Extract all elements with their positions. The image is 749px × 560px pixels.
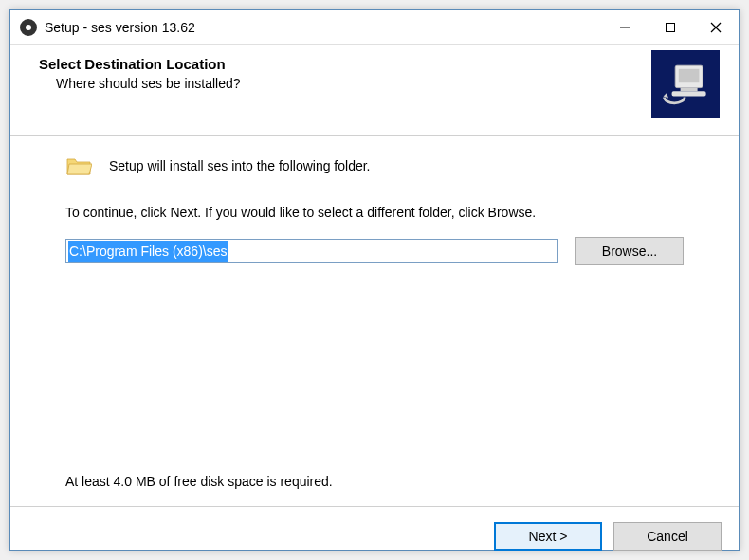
instruction-text: To continue, click Next. If you would li…	[65, 205, 684, 220]
intro-line: Setup will install ses into the followin…	[65, 155, 684, 176]
install-path-input[interactable]: C:\Program Files (x86)\ses	[65, 239, 558, 263]
minimize-button[interactable]	[602, 10, 648, 44]
path-row: C:\Program Files (x86)\ses Browse...	[65, 237, 684, 265]
browse-button[interactable]: Browse...	[575, 237, 684, 265]
svg-rect-6	[681, 88, 698, 92]
content-area: Setup will install ses into the followin…	[10, 136, 739, 468]
window-controls	[602, 10, 739, 44]
app-icon	[20, 19, 37, 36]
folder-icon	[65, 155, 92, 176]
titlebar: Setup - ses version 13.62	[10, 10, 739, 45]
svg-rect-1	[667, 23, 675, 31]
close-button[interactable]	[693, 10, 739, 44]
header-text: Select Destination Location Where should…	[39, 56, 651, 91]
intro-text: Setup will install ses into the followin…	[109, 158, 370, 173]
page-subtitle: Where should ses be installed?	[56, 76, 651, 91]
footer-buttons: Next > Cancel	[10, 507, 739, 560]
cancel-button[interactable]: Cancel	[613, 522, 722, 551]
maximize-button[interactable]	[648, 10, 693, 44]
svg-rect-5	[679, 69, 700, 82]
page-title: Select Destination Location	[39, 56, 651, 72]
installer-icon	[651, 50, 720, 118]
wizard-header: Select Destination Location Where should…	[10, 45, 739, 136]
next-button[interactable]: Next >	[494, 522, 602, 551]
install-path-value: C:\Program Files (x86)\ses	[68, 241, 228, 262]
disk-space-text: At least 4.0 MB of free disk space is re…	[10, 474, 739, 489]
setup-window: Setup - ses version 13.62 Select Destina…	[9, 9, 740, 551]
window-title: Setup - ses version 13.62	[45, 20, 602, 35]
svg-rect-7	[672, 91, 706, 96]
